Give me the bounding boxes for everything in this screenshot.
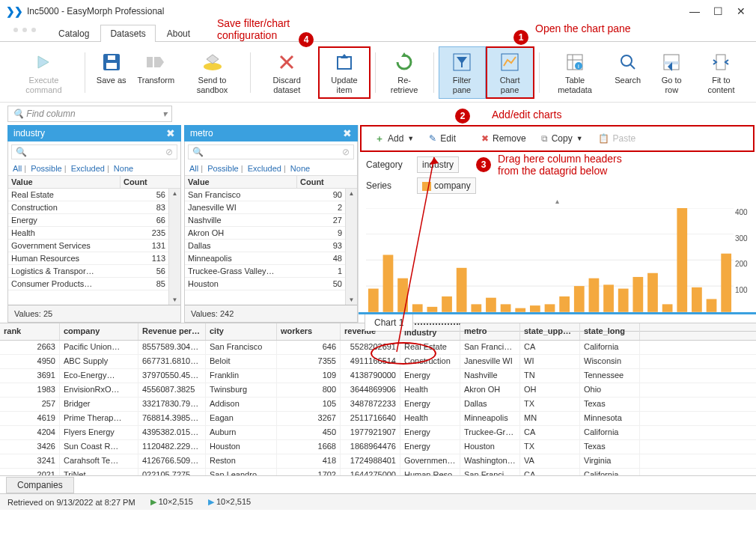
filter-row[interactable]: Janesville WI2 (185, 201, 345, 214)
col-state-long[interactable]: state_long (580, 323, 640, 340)
col-company[interactable]: company (60, 323, 138, 340)
svg-rect-52 (707, 299, 717, 311)
close-filter-icon[interactable]: ✖ (343, 127, 352, 139)
table-metadata-button[interactable]: i Table metadata (544, 46, 606, 99)
tab-datasets[interactable]: Datasets (100, 25, 155, 42)
re-retrieve-button[interactable]: Re-retrieve (380, 46, 429, 99)
minimize-button[interactable]: — (689, 5, 700, 17)
status-dim2: ▶ 10×2,515 (208, 497, 251, 507)
svg-rect-39 (515, 308, 525, 312)
filter-row[interactable]: Houston50 (185, 278, 345, 290)
filter-header-industry[interactable]: industry✖ (7, 125, 181, 141)
filter-row[interactable]: Truckee-Grass Valley…1 (185, 265, 345, 278)
col-workers[interactable]: workers (277, 323, 341, 340)
svg-rect-45 (603, 284, 614, 311)
filter-row[interactable]: Construction83 (8, 201, 168, 214)
table-row[interactable]: 1983EnvisionRxO…4556087.3825Twinsburg800… (0, 383, 756, 398)
filter-pane-industry: industry✖ 🔍⊘ All| Possible| Excluded| No… (7, 125, 181, 323)
table-row[interactable]: 4204Flyers Energy4395382.015…Auburn45019… (0, 426, 756, 440)
svg-rect-47 (632, 277, 643, 312)
category-value[interactable]: industry (417, 156, 459, 173)
go-to-row-button[interactable]: Go to row (650, 46, 694, 99)
scrollbar[interactable]: ▲▼ (168, 189, 180, 305)
transform-button[interactable]: Transform (133, 46, 179, 99)
execute-command-button[interactable]: Execute command (7, 46, 80, 99)
save-icon (100, 50, 124, 74)
svg-rect-43 (574, 286, 585, 312)
filter-row[interactable]: Human Resources113 (8, 252, 168, 265)
collapse-icon[interactable]: ▴ (359, 197, 756, 205)
close-button[interactable]: ✕ (737, 5, 746, 17)
add-chart-button[interactable]: ＋Add ▼ (369, 130, 420, 147)
tab-about[interactable]: About (157, 25, 200, 42)
svg-text:i: i (578, 63, 579, 70)
update-icon (332, 50, 356, 74)
edit-chart-button[interactable]: ✎Edit (423, 131, 462, 146)
svg-rect-48 (647, 273, 658, 312)
filter-header-metro[interactable]: metro✖ (184, 125, 358, 141)
ribbon: Execute command Save as Transform Send t… (0, 42, 756, 103)
series-value[interactable]: company (417, 177, 476, 194)
play-icon (31, 50, 55, 74)
series-color-icon (422, 182, 431, 191)
remove-chart-button[interactable]: ✖Remove (475, 131, 532, 146)
filter-row[interactable]: Minneapolis48 (185, 252, 345, 265)
filter-row[interactable]: Nashville27 (185, 214, 345, 227)
copy-chart-button[interactable]: ⧉Copy ▼ (535, 131, 589, 146)
filter-row[interactable]: Health235 (8, 227, 168, 240)
svg-rect-8 (338, 57, 351, 69)
col-state-upper[interactable]: state_upperc… (520, 323, 580, 340)
filter-pane-button[interactable]: Filter pane (439, 46, 486, 99)
col-city[interactable]: city (206, 323, 277, 340)
search-icon (616, 50, 640, 74)
search-button[interactable]: Search (606, 46, 650, 99)
filter-row[interactable]: Real Estate56 (8, 189, 168, 201)
table-row[interactable]: 4619Prime Therap…768814.3985…Eagan326725… (0, 412, 756, 426)
chart-pane: ＋Add ▼ ✎Edit ✖Remove ⧉Copy ▼ 📋Paste Cate… (358, 125, 756, 323)
tab-catalog[interactable]: Catalog (49, 25, 99, 42)
filter-row[interactable]: Energy66 (8, 214, 168, 227)
app-logo-icon: ❯❯ (6, 5, 22, 17)
bottom-tab-companies[interactable]: Companies (6, 477, 74, 493)
filter-search-metro[interactable]: 🔍⊘ (188, 144, 354, 159)
data-grid: rank company Revenue per… city workers r… (0, 323, 756, 475)
fit-to-content-button[interactable]: Fit to content (694, 46, 749, 99)
table-row[interactable]: 2021TriNet022105 7275San Leandro17021644… (0, 469, 756, 475)
title-bar: ❯❯ Inc5000 - EasyMorph Professional — ☐ … (0, 0, 756, 22)
filter-row[interactable]: Dallas93 (185, 240, 345, 252)
update-item-button[interactable]: Update item (318, 46, 370, 99)
send-to-sandbox-button[interactable]: Send to sandbox (179, 46, 246, 99)
chart-tab-1[interactable]: Chart 1 (365, 314, 413, 331)
table-row[interactable]: 3691Eco-Energy…37970550.45…Franklin10941… (0, 369, 756, 383)
discard-dataset-button[interactable]: Discard dataset (255, 46, 318, 99)
svg-rect-38 (501, 304, 511, 311)
scrollbar[interactable]: ▲▼ (345, 189, 357, 305)
filter-search-industry[interactable]: 🔍⊘ (11, 144, 177, 159)
find-column-bar: 🔍 Find column ▾ (0, 103, 756, 125)
maximize-button[interactable]: ☐ (713, 5, 723, 17)
filter-row[interactable]: Akron OH9 (185, 227, 345, 240)
table-row[interactable]: 2663Pacific Union…8557589.304…San Franci… (0, 341, 756, 355)
filter-row[interactable]: Government Services131 (8, 240, 168, 252)
discard-icon (275, 50, 299, 74)
filter-links: All| Possible| Excluded| None (8, 162, 180, 175)
save-as-button[interactable]: Save as (90, 46, 133, 99)
col-rank[interactable]: rank (0, 323, 60, 340)
table-row[interactable]: 4950ABC Supply667731.6810…Beloit73554911… (0, 355, 756, 369)
filter-row[interactable]: Logistics & Transpor…56 (8, 265, 168, 278)
svg-rect-42 (559, 296, 570, 312)
filter-row[interactable]: San Francisco90 (185, 189, 345, 201)
table-row[interactable]: 257Bridger33217830.79…Addison10534878722… (0, 398, 756, 412)
find-column-input[interactable]: 🔍 Find column ▾ (7, 106, 172, 122)
chart-fields: Category industry Series company (359, 153, 756, 197)
table-row[interactable]: 3241Carahsoft Te…4126766.509…Reston41817… (0, 454, 756, 469)
col-metro[interactable]: metro (460, 323, 520, 340)
close-filter-icon[interactable]: ✖ (166, 127, 175, 139)
filter-row[interactable]: Consumer Products…85 (8, 278, 168, 290)
chart-pane-button[interactable]: Chart pane (486, 46, 534, 99)
table-row[interactable]: 3426Sun Coast R…1120482.229…Houston16681… (0, 440, 756, 454)
col-revenue-per[interactable]: Revenue per… (138, 323, 206, 340)
paste-chart-button[interactable]: 📋Paste (592, 131, 642, 146)
svg-marker-0 (38, 56, 49, 68)
metadata-icon: i (563, 50, 587, 74)
